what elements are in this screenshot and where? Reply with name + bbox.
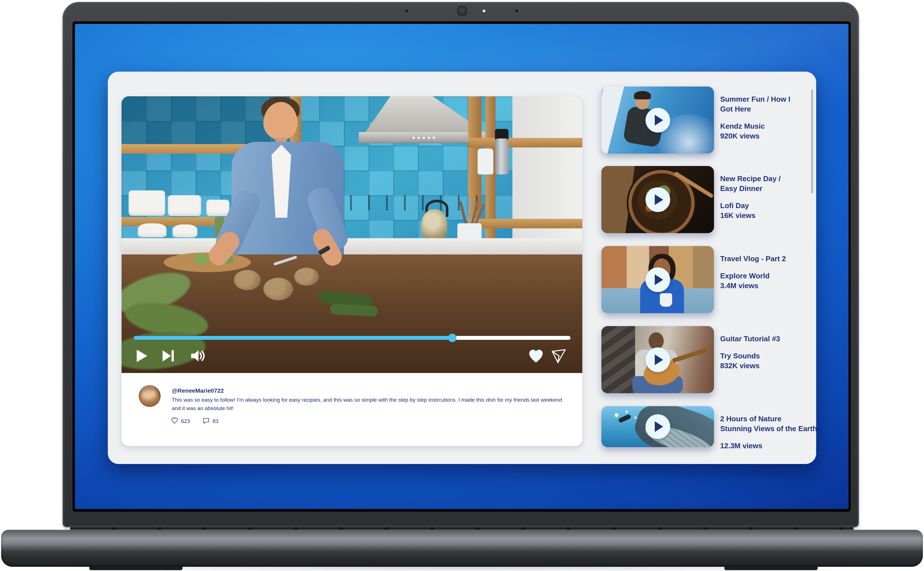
sidebar-item-meta[interactable]: Travel Vlog - Part 2 Explore World 3.4M … (720, 254, 816, 291)
counter-decor (122, 238, 582, 255)
microphone-dot (405, 9, 408, 12)
video-views: 3.4M views (720, 281, 816, 291)
video-thumbnail[interactable] (601, 166, 714, 233)
laptop-base (1, 530, 923, 567)
microphone-dot (516, 9, 518, 12)
video-thumbnail[interactable] (601, 86, 714, 154)
heart-icon (528, 361, 544, 365)
sidebar-item-meta[interactable]: Summer Fun / How I Got Here Kendz Music … (720, 94, 816, 141)
share-button[interactable] (551, 348, 566, 364)
comment-like-button[interactable]: 623 (171, 417, 190, 426)
video-views: 12.3M views (720, 441, 816, 451)
play-overlay-icon[interactable] (645, 347, 670, 372)
hood-button-decor (422, 136, 425, 139)
video-channel: Lofi Day (720, 201, 816, 211)
sidebar-item-meta[interactable]: Guitar Tutorial #3 Try Sounds 832K views (720, 334, 816, 371)
thermos-decor (495, 129, 508, 140)
like-button[interactable] (528, 349, 544, 364)
skip-next-icon (160, 360, 176, 364)
sidebar-scrollbar[interactable] (811, 90, 813, 193)
play-overlay-icon[interactable] (645, 187, 670, 212)
potato-decor (294, 268, 319, 286)
wall-decor (513, 96, 582, 238)
comment-reply-count: 83 (213, 418, 219, 424)
video-channel: Try Sounds (720, 351, 816, 361)
desktop-wallpaper: @ReneeMarie0722 This was so easy to foll… (75, 24, 849, 509)
laptop-mockup: @ReneeMarie0722 This was so easy to foll… (0, 0, 924, 571)
webcam (457, 6, 468, 16)
comment-body: This was so easy to follow! I'm always l… (172, 396, 568, 413)
hood-button-decor (433, 136, 435, 139)
comment-bubble-icon (202, 417, 210, 426)
progress-knob[interactable] (448, 334, 456, 342)
shelf-decor (468, 138, 582, 147)
play-overlay-icon[interactable] (645, 414, 670, 439)
dish-decor (206, 200, 229, 216)
shelf-decor (468, 219, 582, 228)
comment-reply-button[interactable]: 83 (202, 417, 219, 426)
hood-button-decor (413, 136, 415, 139)
comment-handle: @ReneeMarie0722 (172, 387, 224, 394)
teapot-decor (172, 224, 197, 237)
volume-button[interactable] (189, 348, 205, 364)
video-views: 832K views (720, 361, 816, 371)
play-overlay-icon[interactable] (645, 108, 670, 133)
progress-fill (134, 336, 453, 340)
comment-avatar (139, 385, 160, 407)
video-title: Travel Vlog - Part 2 (720, 254, 816, 264)
range-hood-decor (365, 96, 486, 133)
video-title: New Recipe Day / Easy Dinner (720, 174, 816, 193)
video-thumbnail[interactable] (601, 246, 714, 313)
stove-decor (332, 195, 478, 210)
video-frame[interactable] (122, 96, 582, 373)
video-thumbnail[interactable] (601, 406, 714, 447)
hood-button-decor (428, 136, 430, 139)
dish-decor (168, 195, 201, 216)
utensil-crock-decor (457, 223, 482, 240)
play-icon (134, 360, 149, 364)
progress-bar[interactable] (134, 336, 570, 340)
video-views: 16K views (720, 211, 816, 221)
shelf-post-decor (485, 96, 496, 255)
video-views: 920K views (720, 131, 816, 141)
kettle-decor (422, 209, 447, 242)
play-overlay-icon[interactable] (645, 267, 670, 292)
teapot-decor (138, 223, 166, 237)
heart-outline-icon (171, 417, 178, 426)
video-title: Guitar Tutorial #3 (720, 334, 816, 344)
jug-decor (477, 148, 493, 174)
volume-icon (189, 360, 205, 364)
send-icon (551, 360, 566, 364)
video-thumbnail[interactable] (601, 326, 714, 393)
sidebar-item-meta[interactable]: New Recipe Day / Easy Dinner Lofi Day 16… (720, 174, 816, 221)
sidebar-item-meta[interactable]: 2 Hours of Nature Stunning Views of the … (720, 414, 816, 451)
video-app-window: @ReneeMarie0722 This was so easy to foll… (108, 72, 816, 464)
comment-like-count: 623 (181, 418, 190, 424)
video-title: 2 Hours of Nature Stunning Views of the … (720, 414, 816, 434)
video-title: Summer Fun / How I Got Here (720, 94, 816, 114)
thermos-decor (495, 139, 508, 174)
video-scene-kitchen (122, 96, 582, 373)
webcam-led (483, 9, 485, 12)
video-player-card: @ReneeMarie0722 This was so easy to foll… (122, 96, 582, 446)
video-channel: Explore World (720, 271, 816, 281)
potato-decor (234, 270, 261, 290)
skip-next-button[interactable] (160, 348, 176, 364)
dish-decor (129, 190, 165, 216)
potato-decor (263, 278, 293, 300)
hood-button-decor (417, 136, 420, 139)
video-channel: Kendz Music (720, 121, 816, 131)
play-button[interactable] (134, 348, 149, 364)
